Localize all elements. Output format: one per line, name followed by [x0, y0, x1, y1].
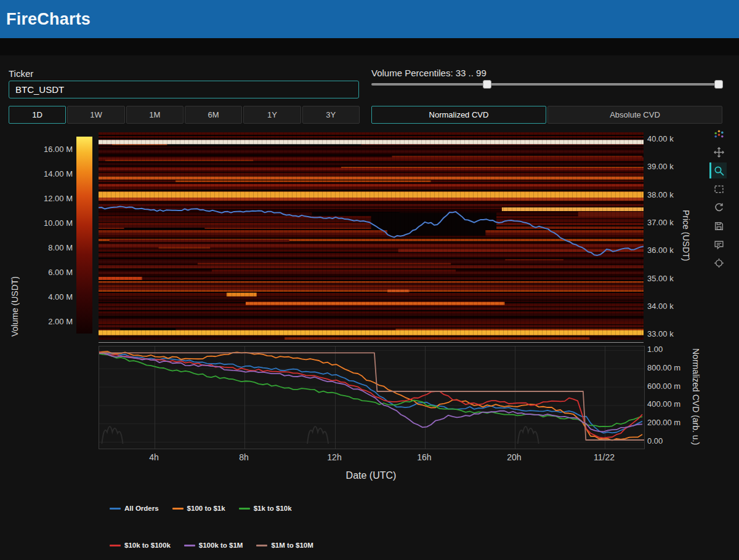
- legend-row-2: $10k to $100k$100k to $1M$1M to $10M: [110, 542, 313, 549]
- price-tick: 37.00 k: [647, 218, 674, 228]
- timeframe-button-1m[interactable]: 1M: [126, 106, 184, 124]
- slider-handle-high[interactable]: [714, 80, 723, 89]
- colorbar-tick: 2.00 M: [26, 317, 73, 327]
- app-window: FireCharts Ticker 1D1W1M6M1Y3Y Volume Pe…: [0, 0, 739, 560]
- price-tick: 38.00 k: [647, 190, 674, 200]
- app-title: FireCharts: [6, 10, 91, 29]
- autoscale-icon[interactable]: [709, 199, 727, 215]
- legend-item[interactable]: $1k to $10k: [239, 505, 292, 512]
- x-tick: 4h: [132, 452, 176, 462]
- x-tick: 8h: [222, 452, 265, 462]
- colorbar-tick: 10.00 M: [26, 218, 73, 228]
- volume-heatmap-canvas[interactable]: [99, 132, 644, 340]
- colorbar-tick: 4.00 M: [26, 292, 73, 302]
- colorbar-tick: 16.00 M: [26, 145, 73, 154]
- cvd-tick: 200.00 m: [647, 418, 680, 428]
- price-tick: 34.00 k: [647, 302, 674, 311]
- legend-item[interactable]: $10k to $100k: [110, 542, 171, 549]
- legend-label: $1M to $10M: [271, 542, 313, 549]
- legend-swatch: [256, 545, 267, 546]
- legend-label: All Orders: [124, 505, 159, 512]
- cvd-tick: 600.00 m: [647, 382, 680, 391]
- slider-track[interactable]: [371, 83, 722, 86]
- ticker-input[interactable]: [9, 81, 359, 98]
- price-axis-title: Price (USDT): [681, 183, 691, 288]
- slider-handle-low[interactable]: [483, 80, 491, 89]
- timeframe-button-3y[interactable]: 3Y: [302, 106, 360, 124]
- price-tick: 36.00 k: [647, 246, 674, 255]
- x-axis-title: Date (UTC): [99, 470, 644, 481]
- legend-item[interactable]: $100 to $1k: [172, 505, 225, 512]
- legend-item[interactable]: $1M to $10M: [256, 542, 313, 549]
- cvd-chart-canvas[interactable]: [99, 346, 645, 449]
- chart-modebar: [709, 126, 728, 271]
- price-tick: 40.00 k: [647, 134, 674, 144]
- x-tick: 12h: [313, 452, 356, 462]
- save-icon[interactable]: [709, 218, 727, 234]
- x-tick: 11/22: [583, 452, 626, 462]
- legend-item[interactable]: All Orders: [110, 505, 159, 512]
- x-tick: 20h: [493, 452, 536, 462]
- ticker-label: Ticker: [9, 68, 33, 79]
- timeframe-button-1d[interactable]: 1D: [9, 106, 66, 124]
- price-tick: 33.00 k: [647, 329, 674, 339]
- legend-label: $100 to $1k: [187, 505, 225, 512]
- legend-swatch: [184, 545, 195, 546]
- colorbar-tick: 8.00 M: [26, 243, 73, 253]
- app-header: FireCharts: [0, 0, 739, 38]
- colorbar-tick: 12.00 M: [26, 194, 73, 204]
- cvd-mode-group: Normalized CVDAbsolute CVD: [371, 106, 722, 124]
- pan-icon[interactable]: [709, 144, 727, 160]
- header-divider: [0, 38, 739, 55]
- price-tick: 39.00 k: [647, 162, 674, 172]
- x-tick: 16h: [403, 452, 446, 462]
- spikelines-icon[interactable]: [709, 255, 727, 271]
- x-axis-line: [99, 342, 644, 343]
- legend-label: $1k to $10k: [254, 505, 292, 512]
- hover-icon[interactable]: [709, 236, 727, 252]
- cvd-tick: 1.00: [647, 345, 663, 354]
- cvd-tick: 800.00 m: [647, 363, 680, 373]
- plotly-logo-icon[interactable]: [709, 126, 727, 142]
- legend-item[interactable]: $100k to $1M: [184, 542, 243, 549]
- volume-axis-title: Volume (USDT): [10, 251, 20, 362]
- legend-label: $10k to $100k: [124, 542, 171, 549]
- box-select-icon[interactable]: [709, 181, 727, 197]
- legend-swatch: [239, 508, 250, 510]
- timeframe-button-6m[interactable]: 6M: [185, 106, 242, 124]
- legend-swatch: [110, 545, 121, 546]
- legend-row-1: All Orders$100 to $1k$1k to $10k: [110, 505, 292, 512]
- legend-swatch: [110, 508, 121, 510]
- zoom-icon[interactable]: [709, 162, 727, 178]
- cvd-tick: 400.00 m: [647, 399, 680, 409]
- percentile-slider[interactable]: [371, 79, 722, 89]
- cvd-axis-title: Normalized CVD (arb. u.): [691, 340, 701, 454]
- percentiles-label: Volume Percentiles: 33 .. 99: [371, 68, 487, 78]
- colorbar: [76, 137, 92, 334]
- price-tick: 35.00 k: [647, 274, 674, 284]
- cvd-tick: 0.00: [647, 436, 663, 446]
- timeframe-button-1y[interactable]: 1Y: [243, 106, 301, 124]
- cvd-mode-button-normalized-cvd[interactable]: Normalized CVD: [371, 106, 546, 124]
- colorbar-tick: 14.00 M: [26, 169, 73, 179]
- timeframe-group: 1D1W1M6M1Y3Y: [9, 106, 360, 124]
- legend-swatch: [172, 508, 184, 510]
- timeframe-button-1w[interactable]: 1W: [67, 106, 124, 124]
- x-axis-ticks: 4h8h12h16h20h11/22: [99, 452, 644, 463]
- legend-label: $100k to $1M: [199, 542, 243, 549]
- colorbar-tick: 6.00 M: [26, 268, 73, 278]
- cvd-mode-button-absolute-cvd[interactable]: Absolute CVD: [547, 106, 722, 124]
